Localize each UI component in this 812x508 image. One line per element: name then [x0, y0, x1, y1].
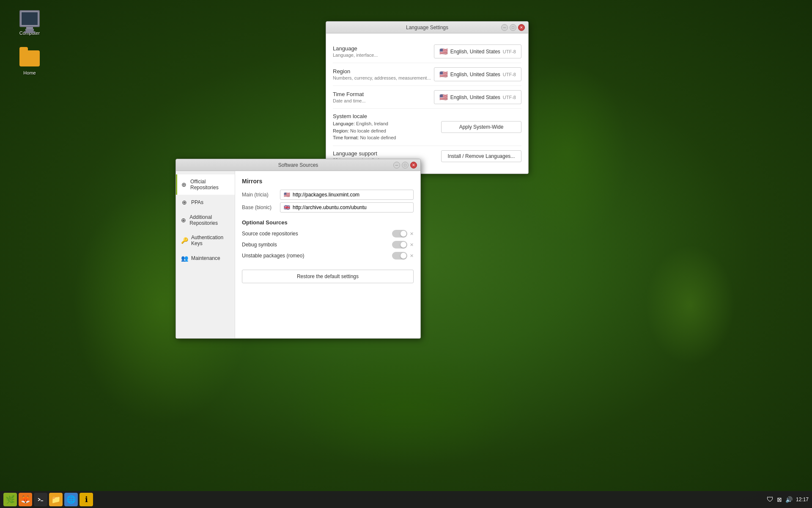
ppas-icon: ⊕ [181, 199, 188, 206]
debug-label: Debug symbols [242, 242, 277, 248]
install-remove-languages-button[interactable]: Install / Remove Languages... [441, 150, 521, 162]
language-select-button[interactable]: 🇺🇸 English, United States UTF-8 [434, 44, 521, 58]
mirror-main-input[interactable]: 🇺🇸 http://packages.linuxmint.com [280, 190, 414, 200]
sidebar-label-maintenance: Maintenance [191, 255, 220, 261]
sidebar-item-official[interactable]: ⊕ Official Repositories [176, 174, 235, 195]
computer-icon [19, 8, 40, 29]
desktop-icon-computer[interactable]: Computer [13, 8, 47, 36]
time-utf: UTF-8 [503, 95, 516, 100]
region-value: English, United States [450, 72, 500, 77]
language-window-content: Language Language, interface... 🇺🇸 Engli… [326, 33, 528, 174]
taskbar-terminal-button[interactable] [34, 493, 47, 506]
software-titlebar[interactable]: Software Sources ─ □ ✕ [176, 159, 420, 171]
region-label: Region [333, 68, 431, 75]
source-code-toggle-knob [401, 231, 406, 237]
toggle-row-source-code: Source code repositories ✕ [242, 230, 414, 237]
language-minimize-button[interactable]: ─ [501, 24, 508, 31]
mirror-main-url: http://packages.linuxmint.com [293, 192, 359, 198]
region-utf: UTF-8 [503, 72, 516, 77]
taskbar-info-button[interactable]: ℹ [80, 493, 93, 506]
language-label: Language [333, 45, 378, 52]
taskbar-files-button[interactable]: 📁 [49, 493, 63, 506]
source-code-toggle[interactable] [392, 230, 407, 237]
language-row: Language Language, interface... 🇺🇸 Engli… [333, 40, 521, 63]
taskbar-mint-button[interactable]: 🌿 [3, 493, 17, 506]
software-maximize-button[interactable]: □ [402, 162, 409, 168]
unstable-toggle-knob [401, 253, 406, 259]
debug-toggle[interactable] [392, 241, 407, 248]
time-format-label: Time Format [333, 91, 366, 97]
mirror-row-base: Base (bionic) 🇬🇧 http://archive.ubuntu.c… [242, 202, 414, 213]
mirror-main-flag: 🇺🇸 [284, 192, 290, 198]
debug-toggle-x: ✕ [410, 242, 414, 248]
taskbar-network-icon: ⊠ [777, 496, 782, 503]
taskbar-globe-button[interactable]: 🌐 [64, 493, 78, 506]
sidebar-label-official: Official Repositories [190, 179, 230, 190]
home-folder-icon [19, 48, 40, 69]
region-select-button[interactable]: 🇺🇸 English, United States UTF-8 [434, 67, 521, 81]
software-minimize-button[interactable]: ─ [393, 162, 400, 168]
language-maximize-button[interactable]: □ [510, 24, 516, 31]
sidebar-item-maintenance[interactable]: 👥 Maintenance [176, 251, 235, 266]
system-locale-label: System locale [333, 113, 396, 119]
time-value: English, United States [450, 94, 500, 100]
unstable-toggle-x: ✕ [410, 253, 414, 259]
region-flag: 🇺🇸 [439, 70, 448, 78]
apply-system-wide-button[interactable]: Apply System-Wide [441, 121, 521, 133]
toggle-row-debug: Debug symbols ✕ [242, 241, 414, 248]
desktop: Computer Home Language Settings ─ □ ✕ La… [0, 0, 812, 508]
desktop-icon-home[interactable]: Home [13, 48, 47, 75]
optional-sources-title: Optional Sources [242, 219, 414, 226]
system-locale-info: Language: English, Ireland Region: No lo… [333, 120, 396, 141]
mirror-row-main: Main (tricia) 🇺🇸 http://packages.linuxmi… [242, 190, 414, 200]
official-repos-icon: ⊕ [181, 181, 187, 188]
software-body: ⊕ Official Repositories ⊕ PPAs ⊕ Additio… [176, 171, 420, 338]
mirror-main-label: Main (tricia) [242, 192, 280, 198]
sidebar-item-auth-keys[interactable]: 🔑 Authentication Keys [176, 230, 235, 251]
region-row: Region Numbers, currency, addresses, mea… [333, 63, 521, 86]
time-flag: 🇺🇸 [439, 93, 448, 101]
maintenance-icon: 👥 [181, 255, 188, 262]
software-window-controls: ─ □ ✕ [393, 162, 417, 168]
mirrors-title: Mirrors [242, 178, 414, 185]
system-locale-row: System locale Language: English, Ireland… [333, 109, 521, 146]
language-sublabel: Language, interface... [333, 52, 378, 58]
language-titlebar[interactable]: Language Settings ─ □ ✕ [326, 22, 528, 33]
mirrors-table: Main (tricia) 🇺🇸 http://packages.linuxmi… [242, 190, 414, 213]
language-window-title: Language Settings [406, 25, 448, 30]
mirror-base-input[interactable]: 🇬🇧 http://archive.ubuntu.com/ubuntu [280, 202, 414, 213]
mirror-base-url: http://archive.ubuntu.com/ubuntu [293, 204, 367, 210]
time-format-row: Time Format Date and time... 🇺🇸 English,… [333, 86, 521, 109]
language-settings-window: Language Settings ─ □ ✕ Language Languag… [326, 21, 529, 174]
language-value: English, United States [450, 49, 500, 55]
sidebar-item-additional[interactable]: ⊕ Additional Repositories [176, 210, 235, 230]
taskbar-time: 12:17 [796, 497, 809, 502]
auth-keys-icon: 🔑 [181, 237, 188, 244]
software-sources-window: Software Sources ─ □ ✕ ⊕ Official Reposi… [176, 159, 421, 339]
restore-defaults-button[interactable]: Restore the default settings [242, 270, 414, 283]
sidebar-item-ppas[interactable]: ⊕ PPAs [176, 195, 235, 210]
sidebar-label-ppas: PPAs [191, 199, 203, 205]
source-code-toggle-x: ✕ [410, 231, 414, 237]
sidebar-label-additional: Additional Repositories [189, 214, 230, 226]
sidebar-label-auth-keys: Authentication Keys [191, 235, 230, 246]
desktop-icons: Computer Home [13, 8, 47, 75]
taskbar-shield-icon: 🛡 [767, 496, 774, 503]
source-code-label: Source code repositories [242, 231, 298, 237]
language-utf: UTF-8 [503, 49, 516, 54]
debug-toggle-knob [401, 242, 406, 248]
taskbar-firefox-button[interactable]: 🦊 [19, 493, 32, 506]
region-sublabel: Numbers, currency, addresses, measuremen… [333, 75, 431, 80]
toggle-row-unstable: Unstable packages (romeo) ✕ [242, 252, 414, 260]
language-support-label: Language support [333, 150, 379, 157]
taskbar-apps: 🌿 🦊 📁 🌐 ℹ [3, 493, 93, 506]
taskbar: 🌿 🦊 📁 🌐 ℹ 🛡 ⊠ 🔊 12:17 [0, 491, 812, 508]
software-close-button[interactable]: ✕ [410, 162, 417, 168]
time-format-sublabel: Date and time... [333, 98, 366, 103]
home-icon-label: Home [23, 70, 36, 75]
unstable-toggle[interactable] [392, 252, 407, 260]
mirror-base-flag: 🇬🇧 [284, 204, 290, 210]
additional-icon: ⊕ [181, 217, 186, 224]
language-close-button[interactable]: ✕ [518, 24, 525, 31]
time-format-select-button[interactable]: 🇺🇸 English, United States UTF-8 [434, 90, 521, 104]
